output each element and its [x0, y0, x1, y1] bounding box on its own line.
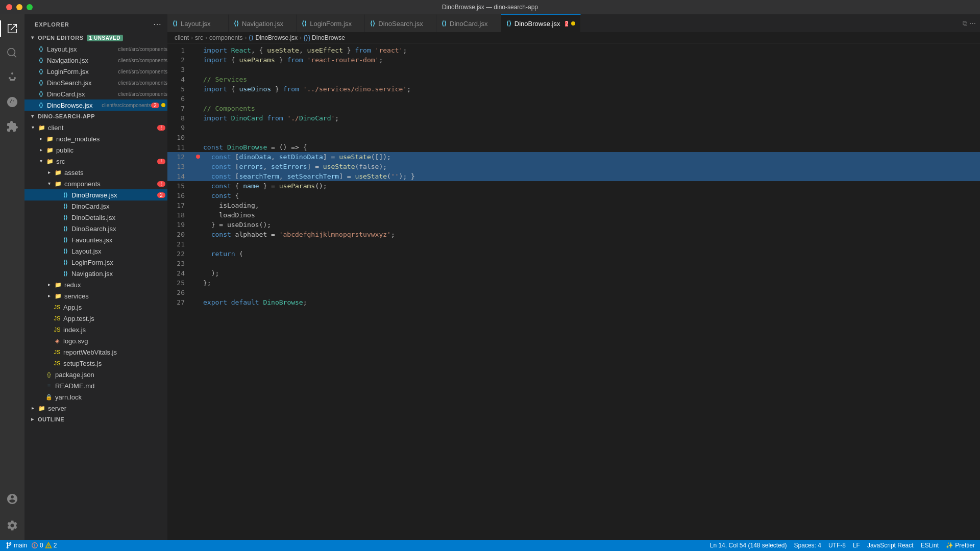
- breadcrumb-client[interactable]: client: [175, 34, 189, 41]
- editor-tab[interactable]: ⟨⟩Layout.jsx×: [167, 14, 229, 32]
- debug-activity-icon[interactable]: [0, 90, 24, 114]
- new-file-icon[interactable]: ⋯: [153, 19, 161, 29]
- maximize-button[interactable]: [27, 4, 33, 10]
- file-item[interactable]: JSsetupTests.js: [24, 358, 167, 369]
- outline-section[interactable]: OUTLINE: [24, 414, 167, 425]
- line-ending-status[interactable]: LF: [853, 542, 860, 549]
- code-editor[interactable]: 1 import React, { useState, useEffect } …: [167, 43, 980, 540]
- code-line[interactable]: 21: [167, 239, 980, 249]
- file-item[interactable]: ≡README.md: [24, 380, 167, 391]
- file-item[interactable]: JSApp.test.js: [24, 313, 167, 324]
- open-editor-item[interactable]: ⟨⟩LoginForm.jsxclient/src/components: [24, 66, 167, 77]
- code-line[interactable]: 27 export default DinoBrowse;: [167, 297, 980, 307]
- code-content[interactable]: const [errors, setErrors] = useState(fal…: [203, 162, 980, 171]
- file-item[interactable]: JSindex.js: [24, 324, 167, 335]
- file-item[interactable]: 🔒yarn.lock: [24, 391, 167, 403]
- code-content[interactable]: import React, { useState, useEffect } fr…: [203, 45, 980, 55]
- linter-status[interactable]: ESLint: [921, 542, 939, 549]
- window-controls[interactable]: [6, 4, 33, 10]
- code-line[interactable]: 26: [167, 288, 980, 297]
- open-editor-item[interactable]: ⟨⟩DinoSearch.jsxclient/src/components: [24, 77, 167, 88]
- search-activity-icon[interactable]: [0, 41, 24, 65]
- accounts-activity-icon[interactable]: [0, 487, 24, 511]
- open-editors-section[interactable]: OPEN EDITORS 1 UNSAVED: [24, 32, 167, 43]
- language-status[interactable]: JavaScript React: [867, 542, 914, 549]
- folder-item[interactable]: 📁services: [24, 290, 167, 302]
- code-line[interactable]: 16 const {: [167, 191, 980, 201]
- open-editor-item[interactable]: ⟨⟩DinoBrowse.jsxclient/src/components2: [24, 99, 167, 111]
- errors-status[interactable]: 0 2: [31, 542, 57, 549]
- folder-item[interactable]: 📁client!: [24, 122, 167, 133]
- code-content[interactable]: return (: [203, 249, 980, 259]
- code-line[interactable]: 4 // Services: [167, 74, 980, 84]
- folder-item[interactable]: 📁redux: [24, 279, 167, 290]
- code-line[interactable]: 14 const [searchTerm, setSearchTerm] = u…: [167, 171, 980, 181]
- code-content[interactable]: import { useDinos } from '../services/di…: [203, 84, 980, 94]
- file-item[interactable]: ⟨⟩LoginForm.jsx: [24, 257, 167, 268]
- explorer-activity-icon[interactable]: [0, 16, 24, 41]
- code-content[interactable]: // Services: [203, 74, 980, 84]
- code-line[interactable]: 19 } = useDinos();: [167, 220, 980, 230]
- file-item[interactable]: JSApp.js: [24, 302, 167, 313]
- code-line[interactable]: 6: [167, 94, 980, 104]
- file-item[interactable]: ⟨⟩DinoDetails.jsx: [24, 212, 167, 223]
- code-content[interactable]: };: [203, 278, 980, 288]
- file-item[interactable]: ⟨⟩Navigation.jsx: [24, 268, 167, 279]
- folder-item[interactable]: 📁public: [24, 144, 167, 156]
- file-item[interactable]: ◈logo.svg: [24, 335, 167, 346]
- code-content[interactable]: const [searchTerm, setSearchTerm] = useS…: [203, 171, 980, 181]
- breadcrumb-src[interactable]: src: [195, 34, 203, 41]
- breadcrumb-components[interactable]: components: [209, 34, 242, 41]
- code-content[interactable]: isLoading,: [203, 201, 980, 210]
- code-line[interactable]: 15 const { name } = useParams();: [167, 181, 980, 191]
- open-editor-item[interactable]: ⟨⟩DinoCard.jsxclient/src/components: [24, 88, 167, 99]
- code-line[interactable]: 24 );: [167, 268, 980, 278]
- code-line[interactable]: 23: [167, 259, 980, 268]
- formatter-status[interactable]: ✨ Prettier: [946, 542, 975, 549]
- code-line[interactable]: 3: [167, 65, 980, 74]
- code-content[interactable]: import { useParams } from 'react-router-…: [203, 55, 980, 65]
- code-line[interactable]: 10: [167, 133, 980, 142]
- position-status[interactable]: Ln 14, Col 54 (148 selected): [710, 542, 787, 549]
- code-line[interactable]: 5 import { useDinos } from '../services/…: [167, 84, 980, 94]
- code-line[interactable]: 11 const DinoBrowse = () => {: [167, 142, 980, 152]
- file-item[interactable]: ⟨⟩DinoBrowse.jsx2: [24, 189, 167, 201]
- folder-item[interactable]: 📁components!: [24, 178, 167, 189]
- split-editor-icon[interactable]: ⧉: [963, 19, 967, 28]
- open-editor-item[interactable]: ⟨⟩Navigation.jsxclient/src/components: [24, 55, 167, 66]
- settings-activity-icon[interactable]: [0, 513, 24, 538]
- code-content[interactable]: import DinoCard from './DinoCard';: [203, 113, 980, 123]
- file-item[interactable]: ⟨⟩Layout.jsx: [24, 245, 167, 257]
- git-activity-icon[interactable]: [0, 65, 24, 90]
- code-line[interactable]: 17 isLoading,: [167, 201, 980, 210]
- breadcrumb-file[interactable]: ⟨⟩DinoBrowse.jsx: [249, 34, 298, 41]
- spaces-status[interactable]: Spaces: 4: [794, 542, 821, 549]
- folder-item[interactable]: 📁node_modules: [24, 133, 167, 144]
- minimize-button[interactable]: [16, 4, 22, 10]
- code-content[interactable]: const DinoBrowse = () => {: [203, 142, 980, 152]
- file-item[interactable]: ⟨⟩Favourites.jsx: [24, 234, 167, 245]
- folder-item[interactable]: 📁assets: [24, 167, 167, 178]
- file-item[interactable]: JSreportWebVitals.js: [24, 346, 167, 358]
- file-item[interactable]: ⟨⟩DinoSearch.jsx: [24, 223, 167, 234]
- code-content[interactable]: );: [203, 268, 980, 278]
- code-content[interactable]: const [dinoData, setDinoData] = useState…: [203, 152, 980, 162]
- branch-status[interactable]: main: [5, 542, 27, 549]
- code-line[interactable]: 7 // Components: [167, 104, 980, 113]
- code-line[interactable]: 1 import React, { useState, useEffect } …: [167, 45, 980, 55]
- editor-tab[interactable]: ⟨⟩LoginForm.jsx×: [297, 14, 365, 32]
- code-content[interactable]: loadDinos: [203, 210, 980, 220]
- extensions-activity-icon[interactable]: [0, 114, 24, 139]
- code-line[interactable]: 2 import { useParams } from 'react-route…: [167, 55, 980, 65]
- breadcrumb-symbol[interactable]: {⟩}DinoBrowse: [304, 34, 345, 41]
- project-section[interactable]: DINO-SEARCH-APP: [24, 111, 167, 122]
- editor-tab[interactable]: ⟨⟩DinoSearch.jsx×: [365, 14, 436, 32]
- close-button[interactable]: [6, 4, 12, 10]
- code-line[interactable]: 22 return (: [167, 249, 980, 259]
- folder-item[interactable]: 📁server: [24, 403, 167, 414]
- editor-tab[interactable]: ⟨⟩DinoCard.jsx×: [436, 14, 501, 32]
- code-content[interactable]: const alphabet = 'abcdefghijklmnopqrstuv…: [203, 230, 980, 239]
- code-content[interactable]: const { name } = useParams();: [203, 181, 980, 191]
- folder-item[interactable]: 📁src!: [24, 156, 167, 167]
- code-line[interactable]: 25 };: [167, 278, 980, 288]
